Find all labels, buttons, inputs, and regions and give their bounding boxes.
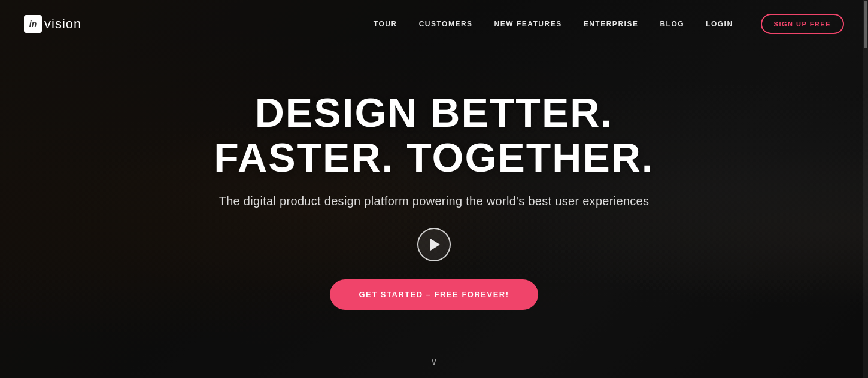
cta-button[interactable]: GET STARTED – FREE FOREVER!	[330, 279, 538, 310]
nav-link-tour[interactable]: TOUR	[374, 20, 397, 28]
signup-button[interactable]: SIGN UP FREE	[761, 14, 844, 34]
nav-link-customers[interactable]: CUSTOMERS	[419, 20, 473, 28]
nav-link-enterprise[interactable]: ENTERPRISE	[584, 20, 639, 28]
logo-box-text: in	[29, 19, 37, 29]
hero-subheadline: The digital product design platform powe…	[165, 192, 703, 210]
scrollbar-thumb	[864, 1, 867, 48]
navbar: in vision TOUR CUSTOMERS NEW FEATURES EN…	[0, 0, 868, 48]
play-button[interactable]	[417, 228, 451, 261]
nav-links: TOUR CUSTOMERS NEW FEATURES ENTERPRISE B…	[374, 14, 844, 34]
scroll-indicator[interactable]: ∨	[430, 356, 438, 367]
logo[interactable]: in vision	[24, 15, 81, 33]
nav-link-new-features[interactable]: NEW FEATURES	[494, 20, 562, 28]
nav-link-login[interactable]: LOGIN	[706, 20, 733, 28]
logo-box: in	[24, 15, 42, 33]
chevron-down-icon: ∨	[430, 356, 438, 367]
hero-content: DESIGN BETTER. FASTER. TOGETHER. The dig…	[165, 90, 703, 310]
scrollbar[interactable]	[863, 0, 868, 378]
hero-section: in vision TOUR CUSTOMERS NEW FEATURES EN…	[0, 0, 868, 378]
hero-headline: DESIGN BETTER. FASTER. TOGETHER.	[165, 90, 703, 180]
nav-link-blog[interactable]: BLOG	[660, 20, 684, 28]
play-icon	[430, 239, 440, 251]
logo-text: vision	[44, 16, 81, 32]
